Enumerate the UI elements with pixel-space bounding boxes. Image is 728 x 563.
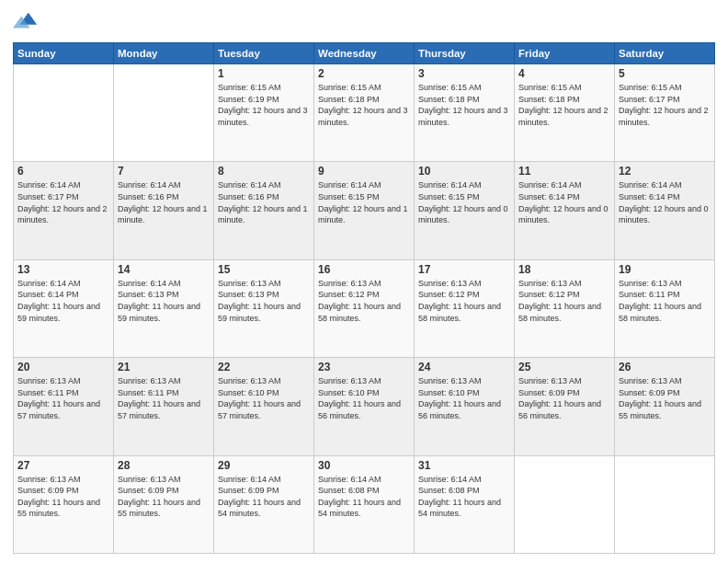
day-number: 8 xyxy=(218,165,310,178)
day-cell: 12Sunrise: 6:14 AM Sunset: 6:14 PM Dayli… xyxy=(615,162,715,259)
day-number: 23 xyxy=(318,361,410,373)
week-row-4: 27Sunrise: 6:13 AM Sunset: 6:09 PM Dayli… xyxy=(14,455,715,553)
day-cell: 14Sunrise: 6:14 AM Sunset: 6:13 PM Dayli… xyxy=(114,259,214,357)
day-cell: 27Sunrise: 6:13 AM Sunset: 6:09 PM Dayli… xyxy=(14,455,114,553)
day-cell: 21Sunrise: 6:13 AM Sunset: 6:11 PM Dayli… xyxy=(114,358,214,455)
day-cell: 13Sunrise: 6:14 AM Sunset: 6:14 PM Dayli… xyxy=(14,259,114,357)
day-cell: 31Sunrise: 6:14 AM Sunset: 6:08 PM Dayli… xyxy=(415,455,515,553)
day-number: 14 xyxy=(118,263,210,276)
day-info: Sunrise: 6:13 AM Sunset: 6:09 PM Dayligh… xyxy=(619,375,711,421)
day-info: Sunrise: 6:14 AM Sunset: 6:17 PM Dayligh… xyxy=(17,179,109,225)
day-cell: 2Sunrise: 6:15 AM Sunset: 6:18 PM Daylig… xyxy=(314,64,415,162)
day-cell: 6Sunrise: 6:14 AM Sunset: 6:17 PM Daylig… xyxy=(14,162,114,259)
day-info: Sunrise: 6:14 AM Sunset: 6:14 PM Dayligh… xyxy=(619,179,711,225)
day-info: Sunrise: 6:13 AM Sunset: 6:10 PM Dayligh… xyxy=(218,375,310,421)
day-number: 24 xyxy=(418,361,510,373)
day-info: Sunrise: 6:14 AM Sunset: 6:08 PM Dayligh… xyxy=(318,474,410,520)
col-header-tuesday: Tuesday xyxy=(214,43,314,64)
day-number: 3 xyxy=(418,67,510,80)
day-cell: 22Sunrise: 6:13 AM Sunset: 6:10 PM Dayli… xyxy=(214,358,314,455)
day-cell: 9Sunrise: 6:14 AM Sunset: 6:15 PM Daylig… xyxy=(314,162,415,259)
day-cell: 1Sunrise: 6:15 AM Sunset: 6:19 PM Daylig… xyxy=(214,64,314,162)
day-number: 27 xyxy=(17,459,109,472)
week-row-3: 20Sunrise: 6:13 AM Sunset: 6:11 PM Dayli… xyxy=(14,358,715,455)
day-number: 10 xyxy=(418,165,510,178)
day-info: Sunrise: 6:13 AM Sunset: 6:10 PM Dayligh… xyxy=(418,375,510,421)
day-info: Sunrise: 6:13 AM Sunset: 6:11 PM Dayligh… xyxy=(17,375,109,421)
day-info: Sunrise: 6:15 AM Sunset: 6:19 PM Dayligh… xyxy=(218,82,310,128)
day-info: Sunrise: 6:13 AM Sunset: 6:11 PM Dayligh… xyxy=(118,375,210,421)
day-info: Sunrise: 6:14 AM Sunset: 6:08 PM Dayligh… xyxy=(418,474,510,520)
day-info: Sunrise: 6:15 AM Sunset: 6:18 PM Dayligh… xyxy=(318,82,410,128)
day-number: 12 xyxy=(619,165,711,178)
page: SundayMondayTuesdayWednesdayThursdayFrid… xyxy=(0,0,728,563)
day-number: 19 xyxy=(619,263,711,276)
day-info: Sunrise: 6:13 AM Sunset: 6:09 PM Dayligh… xyxy=(17,474,109,520)
day-number: 18 xyxy=(518,263,610,276)
logo xyxy=(13,9,40,35)
day-info: Sunrise: 6:14 AM Sunset: 6:09 PM Dayligh… xyxy=(218,474,310,520)
day-cell: 15Sunrise: 6:13 AM Sunset: 6:13 PM Dayli… xyxy=(214,259,314,357)
day-info: Sunrise: 6:13 AM Sunset: 6:12 PM Dayligh… xyxy=(518,278,610,324)
day-info: Sunrise: 6:14 AM Sunset: 6:13 PM Dayligh… xyxy=(118,278,210,324)
day-number: 13 xyxy=(17,263,109,276)
day-cell: 10Sunrise: 6:14 AM Sunset: 6:15 PM Dayli… xyxy=(415,162,515,259)
day-cell: 7Sunrise: 6:14 AM Sunset: 6:16 PM Daylig… xyxy=(114,162,214,259)
day-number: 11 xyxy=(518,165,610,178)
day-number: 28 xyxy=(118,459,210,472)
col-header-wednesday: Wednesday xyxy=(314,43,415,64)
calendar-header: SundayMondayTuesdayWednesdayThursdayFrid… xyxy=(14,43,715,64)
day-number: 21 xyxy=(118,361,210,373)
day-cell: 24Sunrise: 6:13 AM Sunset: 6:10 PM Dayli… xyxy=(415,358,515,455)
day-cell: 25Sunrise: 6:13 AM Sunset: 6:09 PM Dayli… xyxy=(515,358,615,455)
day-cell: 11Sunrise: 6:14 AM Sunset: 6:14 PM Dayli… xyxy=(515,162,615,259)
day-number: 1 xyxy=(218,67,310,80)
day-info: Sunrise: 6:14 AM Sunset: 6:15 PM Dayligh… xyxy=(318,179,410,225)
day-cell: 3Sunrise: 6:15 AM Sunset: 6:18 PM Daylig… xyxy=(415,64,515,162)
day-cell: 18Sunrise: 6:13 AM Sunset: 6:12 PM Dayli… xyxy=(515,259,615,357)
day-cell xyxy=(14,64,114,162)
day-cell xyxy=(615,455,715,553)
week-row-2: 13Sunrise: 6:14 AM Sunset: 6:14 PM Dayli… xyxy=(14,259,715,357)
col-header-monday: Monday xyxy=(114,43,214,64)
day-number: 2 xyxy=(318,67,410,80)
day-info: Sunrise: 6:14 AM Sunset: 6:15 PM Dayligh… xyxy=(418,179,510,225)
day-number: 26 xyxy=(619,361,711,373)
day-info: Sunrise: 6:13 AM Sunset: 6:09 PM Dayligh… xyxy=(518,375,610,421)
day-number: 30 xyxy=(318,459,410,472)
day-info: Sunrise: 6:13 AM Sunset: 6:12 PM Dayligh… xyxy=(418,278,510,324)
day-cell: 26Sunrise: 6:13 AM Sunset: 6:09 PM Dayli… xyxy=(615,358,715,455)
day-number: 16 xyxy=(318,263,410,276)
day-number: 9 xyxy=(318,165,410,178)
col-header-sunday: Sunday xyxy=(14,43,114,64)
day-number: 22 xyxy=(218,361,310,373)
header xyxy=(13,9,715,35)
day-number: 29 xyxy=(218,459,310,472)
day-cell: 30Sunrise: 6:14 AM Sunset: 6:08 PM Dayli… xyxy=(314,455,415,553)
day-cell xyxy=(114,64,214,162)
header-row: SundayMondayTuesdayWednesdayThursdayFrid… xyxy=(14,43,715,64)
logo-icon xyxy=(13,9,39,35)
day-info: Sunrise: 6:15 AM Sunset: 6:18 PM Dayligh… xyxy=(418,82,510,128)
day-cell: 4Sunrise: 6:15 AM Sunset: 6:18 PM Daylig… xyxy=(515,64,615,162)
col-header-friday: Friday xyxy=(515,43,615,64)
day-cell: 16Sunrise: 6:13 AM Sunset: 6:12 PM Dayli… xyxy=(314,259,415,357)
col-header-thursday: Thursday xyxy=(415,43,515,64)
day-cell: 28Sunrise: 6:13 AM Sunset: 6:09 PM Dayli… xyxy=(114,455,214,553)
day-number: 31 xyxy=(418,459,510,472)
day-info: Sunrise: 6:14 AM Sunset: 6:16 PM Dayligh… xyxy=(218,179,310,225)
day-cell xyxy=(515,455,615,553)
calendar-table: SundayMondayTuesdayWednesdayThursdayFrid… xyxy=(13,42,715,554)
day-cell: 23Sunrise: 6:13 AM Sunset: 6:10 PM Dayli… xyxy=(314,358,415,455)
day-number: 7 xyxy=(118,165,210,178)
day-info: Sunrise: 6:13 AM Sunset: 6:12 PM Dayligh… xyxy=(318,278,410,324)
day-cell: 17Sunrise: 6:13 AM Sunset: 6:12 PM Dayli… xyxy=(415,259,515,357)
day-info: Sunrise: 6:14 AM Sunset: 6:16 PM Dayligh… xyxy=(118,179,210,225)
day-cell: 20Sunrise: 6:13 AM Sunset: 6:11 PM Dayli… xyxy=(14,358,114,455)
day-number: 6 xyxy=(17,165,109,178)
day-info: Sunrise: 6:13 AM Sunset: 6:10 PM Dayligh… xyxy=(318,375,410,421)
day-info: Sunrise: 6:15 AM Sunset: 6:18 PM Dayligh… xyxy=(518,82,610,128)
day-number: 5 xyxy=(619,67,711,80)
day-info: Sunrise: 6:14 AM Sunset: 6:14 PM Dayligh… xyxy=(17,278,109,324)
col-header-saturday: Saturday xyxy=(615,43,715,64)
